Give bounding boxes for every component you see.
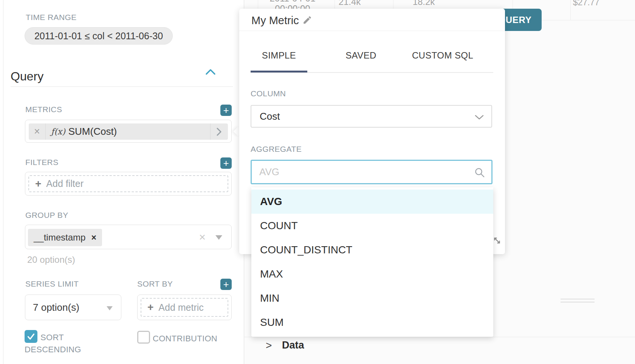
filters-field: + Add filter [25, 172, 232, 196]
query-section-title: Query [11, 69, 43, 83]
group-by-select[interactable]: __timestamp × × [25, 225, 232, 249]
plus-icon: + [147, 304, 153, 311]
sort-by-label: SORT BY [137, 279, 173, 288]
chevron-down-icon [107, 306, 113, 310]
chevron-down-icon [475, 115, 484, 120]
tag-label: __timestamp [34, 232, 85, 243]
table-cell-value: 21.4k [335, 0, 365, 7]
group-by-tag: __timestamp × [28, 229, 102, 246]
filters-label: FILTERS [25, 158, 59, 167]
data-panel-divider [244, 337, 635, 337]
column-select[interactable]: Cost [251, 105, 492, 128]
metrics-label: METRICS [25, 105, 62, 114]
table-gridline [570, 0, 571, 20]
sort-by-field: + Add metric [137, 295, 232, 320]
clear-select-icon[interactable]: × [199, 225, 206, 249]
add-metric-button[interactable]: + [220, 105, 232, 116]
table-gridline [335, 0, 335, 9]
table-gridline [258, 0, 258, 9]
add-sort-metric-button[interactable]: + [220, 279, 232, 290]
popover-header-divider [239, 31, 505, 31]
collapse-section-icon[interactable] [205, 69, 216, 75]
tab-simple[interactable]: SIMPLE [237, 50, 321, 61]
time-range-pill[interactable]: 2011-01-01 ≤ col < 2011-06-30 [25, 27, 173, 45]
contribution-checkbox[interactable] [137, 331, 150, 344]
column-value: Cost [260, 106, 280, 127]
table-gridline [393, 0, 393, 9]
series-limit-label: SERIES LIMIT [25, 279, 79, 288]
plus-icon: + [223, 158, 229, 168]
series-limit-value: 7 option(s) [33, 295, 79, 320]
group-by-options-hint: 20 option(s) [27, 254, 75, 265]
search-icon [474, 167, 485, 178]
add-metric-placeholder: Add metric [158, 302, 203, 313]
aggregate-label: AGGREGATE [251, 145, 302, 154]
section-divider [11, 86, 233, 87]
metric-title: My Metric [251, 14, 299, 27]
tab-saved[interactable]: SAVED [319, 50, 403, 61]
option-sum[interactable]: SUM [251, 310, 493, 335]
left-panel-border [3, 0, 3, 364]
add-sort-metric-dropzone[interactable]: + Add metric [141, 298, 228, 317]
check-icon [26, 332, 36, 341]
remove-metric-icon[interactable]: × [29, 123, 45, 140]
edit-pencil-icon[interactable] [302, 15, 312, 25]
expand-data-panel-icon[interactable]: > [266, 339, 272, 352]
add-filter-dropzone[interactable]: + Add filter [28, 175, 228, 192]
add-filter-button[interactable]: + [220, 157, 232, 169]
sort-descending-checkbox[interactable] [25, 330, 37, 343]
remove-tag-icon[interactable]: × [91, 233, 96, 243]
chart-edge-line [561, 302, 595, 302]
data-panel-title[interactable]: Data [282, 339, 304, 351]
plus-icon: + [223, 105, 229, 115]
sort-descending-label-line1: SORT [40, 333, 64, 342]
active-tab-indicator [251, 71, 307, 72]
chevron-right-icon[interactable] [211, 123, 228, 140]
resize-handle-icon[interactable] [492, 235, 502, 246]
function-icon: ƒ(x) [46, 123, 68, 140]
tab-custom-sql[interactable]: CUSTOM SQL [401, 50, 484, 61]
aggregate-search-input[interactable] [252, 161, 491, 183]
metric-name: SUM(Cost) [68, 123, 117, 140]
option-max[interactable]: MAX [251, 262, 493, 286]
column-label: COLUMN [251, 89, 286, 98]
option-avg[interactable]: AVG [251, 190, 493, 214]
aggregate-options-dropdown: AVG COUNT COUNT_DISTINCT MAX MIN SUM [251, 187, 493, 337]
explore-page: 2011-04-01 00:00:00 21.4k 18.2k $27.77 T… [0, 0, 635, 364]
option-count-distinct[interactable]: COUNT_DISTINCT [251, 238, 493, 262]
plus-icon: + [35, 180, 41, 188]
table-cell-value: 18.2k [409, 0, 439, 7]
time-range-label: TIME RANGE [26, 13, 77, 22]
plus-icon: + [223, 279, 229, 289]
add-filter-placeholder: Add filter [46, 178, 84, 189]
option-count[interactable]: COUNT [251, 214, 493, 238]
aggregate-select [251, 160, 493, 184]
series-limit-select[interactable]: 7 option(s) [25, 295, 121, 320]
chevron-down-icon[interactable] [215, 235, 222, 240]
metric-pill-sum-cost[interactable]: × ƒ(x) SUM(Cost) [29, 123, 228, 140]
table-cell-value: $27.77 [569, 0, 603, 8]
chart-edge-line [561, 299, 595, 299]
metrics-field: × ƒ(x) SUM(Cost) [25, 120, 232, 143]
option-min[interactable]: MIN [251, 286, 493, 310]
group-by-label: GROUP BY [25, 211, 68, 220]
contribution-label: CONTRIBUTION [153, 334, 217, 344]
pill-spacer [117, 123, 210, 140]
sort-descending-label-line2: DESCENDING [25, 345, 81, 355]
